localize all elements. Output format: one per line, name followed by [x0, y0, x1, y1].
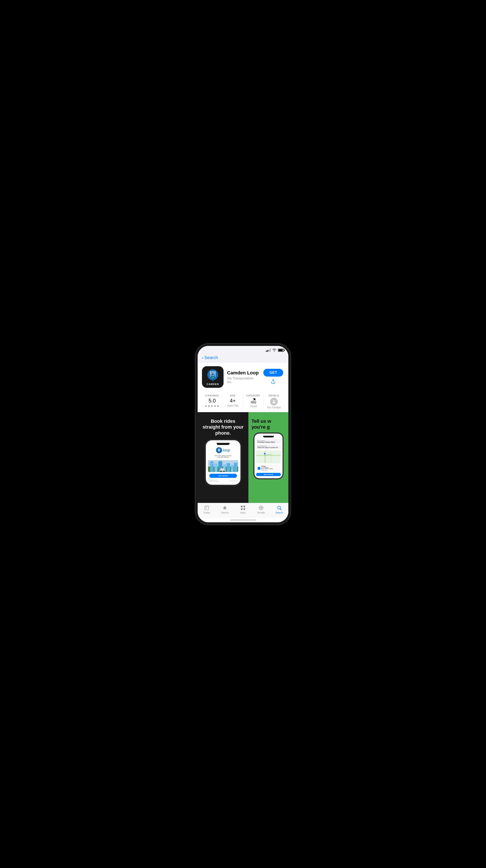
svg-rect-27 [256, 451, 281, 463]
back-label: Search [204, 355, 218, 360]
screenshot-2-headline: Tell us wyou're g [251, 418, 285, 430]
share-icon [271, 379, 276, 384]
screenshot-1-headline: Book rides straight from your phone. [202, 418, 244, 436]
developer-name: Via Transpo [266, 406, 282, 409]
tab-apps[interactable]: Apps [234, 505, 252, 514]
svg-rect-5 [213, 373, 214, 374]
svg-rect-32 [205, 506, 209, 510]
tab-apps-label: Apps [240, 511, 246, 514]
screenshots-section: Book rides straight from your phone. loo… [198, 412, 288, 503]
mockup-city [208, 460, 238, 472]
svg-rect-38 [243, 508, 245, 510]
today-icon [204, 505, 209, 510]
category-cell: CATEGORY 🏖 Travel [243, 394, 264, 409]
ratings-stars: ★★★★★ [204, 404, 220, 408]
svg-point-25 [220, 471, 222, 472]
status-bar [198, 346, 288, 353]
age-cell: AGE 4+ Years Old [222, 394, 243, 409]
mockup-get-started: Get Started [209, 474, 237, 478]
games-icon [222, 505, 227, 510]
category-label: CATEGORY [245, 394, 262, 397]
tab-games-label: Games [221, 511, 229, 514]
app-info: Camden Loop Via Transportation, Inc. [227, 370, 260, 383]
svg-rect-35 [241, 506, 243, 507]
phone-mockup-1: loop We make getting aroundeasy and effi… [206, 440, 240, 485]
get-button[interactable]: GET [263, 369, 283, 377]
svg-rect-37 [241, 508, 243, 510]
app-icon-text: CAMDEN [207, 383, 219, 385]
back-navigation[interactable]: ‹ Search [198, 353, 288, 363]
signal-icon [266, 349, 271, 352]
tab-games[interactable]: Games [216, 505, 234, 514]
age-sub: Years Old [224, 404, 241, 407]
app-actions: GET [263, 369, 284, 385]
mockup-footer: Brought to you byCamden Community Powere… [208, 479, 238, 482]
svg-rect-12 [211, 461, 213, 463]
tab-arcade[interactable]: Arcade [252, 505, 270, 514]
app-name: Camden Loop [227, 370, 260, 376]
svg-rect-30 [270, 451, 272, 463]
mockup-notch [217, 443, 230, 445]
screenshot-2: Tell us wyou're g My Location Broadway S… [248, 412, 288, 503]
tab-search[interactable]: Search [270, 505, 288, 514]
mockup-dest-field: My Destination Virtua Our Lady of Lourde… [256, 444, 281, 449]
svg-rect-20 [211, 463, 212, 464]
svg-point-41 [261, 506, 262, 506]
apps-icon [240, 505, 246, 510]
back-chevron-icon: ‹ [202, 355, 204, 360]
battery-icon [278, 349, 284, 352]
svg-rect-34 [206, 508, 207, 508]
age-value: 4+ [224, 398, 241, 404]
developer-label: DEVELO [266, 394, 282, 397]
tab-bar: Today Games Apps [198, 503, 288, 518]
svg-rect-19 [234, 463, 237, 472]
svg-rect-13 [214, 464, 217, 472]
search-icon [277, 505, 282, 510]
app-developer: Via Transportation, Inc. [227, 376, 260, 384]
svg-point-42 [263, 507, 263, 508]
home-indicator [198, 518, 288, 522]
tab-today-label: Today [204, 511, 210, 514]
svg-rect-4 [212, 373, 213, 374]
screenshot-1: Book rides straight from your phone. loo… [198, 412, 248, 503]
svg-rect-22 [211, 465, 212, 466]
mockup-map [256, 451, 281, 463]
phone-frame: ‹ Search CAM [198, 346, 288, 522]
developer-avatar [270, 398, 278, 405]
svg-point-7 [273, 400, 275, 402]
developer-cell: DEVELO Via Transpo [264, 394, 284, 409]
svg-point-8 [219, 449, 219, 450]
ratings-value: 5.0 [204, 398, 220, 404]
svg-rect-33 [205, 506, 209, 507]
svg-rect-18 [231, 465, 234, 472]
tab-search-label: Search [276, 511, 283, 514]
mockup-book-button: Book This Ri [256, 473, 281, 476]
mockup-ride-info: 2 Seats In 7 minutes Drop-off ETA: 10:03… [256, 465, 281, 472]
wifi-icon [272, 348, 276, 352]
category-value: Travel [245, 405, 262, 408]
info-row: 5 RATINGS 5.0 ★★★★★ AGE 4+ Years Old CAT… [198, 391, 288, 412]
arcade-icon [259, 505, 264, 510]
svg-point-26 [223, 471, 225, 472]
age-label: AGE [224, 394, 241, 397]
app-header: CAMDEN Camden Loop Via Transportation, I… [198, 363, 288, 391]
category-icon: 🏖 [245, 397, 262, 404]
svg-rect-24 [220, 468, 224, 470]
svg-line-46 [280, 509, 282, 510]
tab-today[interactable]: Today [198, 505, 216, 514]
svg-rect-36 [243, 506, 245, 507]
ratings-label: 5 RATINGS [204, 394, 220, 397]
svg-rect-21 [212, 463, 213, 464]
svg-point-43 [261, 509, 262, 510]
app-icon: CAMDEN [202, 366, 223, 388]
svg-rect-17 [226, 463, 230, 472]
home-bar [230, 520, 256, 521]
tab-arcade-label: Arcade [257, 511, 265, 514]
mockup-2-notch [263, 436, 274, 437]
svg-point-40 [260, 507, 262, 509]
mockup-location-field: My Location Broadway Subway Station [256, 439, 281, 444]
phone-mockup-2: My Location Broadway Subway Station My D… [254, 434, 282, 478]
share-button[interactable] [271, 379, 276, 385]
svg-rect-28 [256, 455, 281, 456]
ratings-cell: 5 RATINGS 5.0 ★★★★★ [202, 394, 222, 409]
